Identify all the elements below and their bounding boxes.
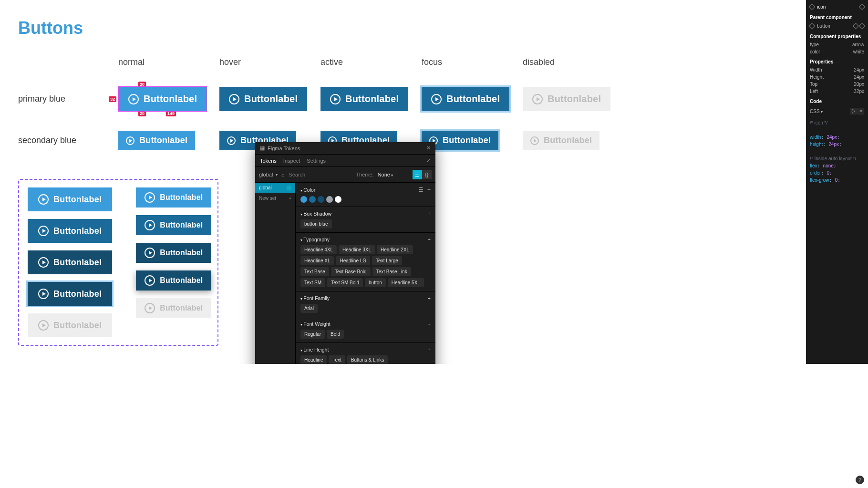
variant-button-sm[interactable]: Buttonlabel [136, 243, 211, 263]
code-copy-icon[interactable]: ⟨⟩ [850, 108, 857, 114]
row-label-primary: primary blue [18, 94, 118, 104]
color-swatch[interactable] [335, 196, 341, 203]
variant-button[interactable]: Buttonlabel [28, 282, 112, 306]
plugin-window[interactable]: ▦Figma Tokens ✕ Tokens Inspect Settings … [255, 142, 435, 364]
section-font-family[interactable]: Font Family [300, 295, 330, 301]
code-settings-icon[interactable]: ≡ [858, 108, 864, 114]
plugin-tab-inspect[interactable]: Inspect [283, 158, 300, 164]
token-chip[interactable]: Headline XL [300, 256, 334, 265]
button-label: Buttonlabel [446, 93, 500, 104]
token-chip[interactable]: Bold [327, 330, 344, 339]
button-label: Buttonlabel [160, 221, 203, 229]
component-props-heading: Component properties [806, 30, 868, 41]
collapse-icon[interactable]: ⤢ [426, 157, 431, 164]
parent-name[interactable]: button [817, 23, 830, 29]
section-font-weight[interactable]: Font Weight [300, 321, 331, 327]
goto-main-icon[interactable] [853, 23, 859, 29]
token-chip[interactable]: button [365, 278, 386, 287]
token-chip[interactable]: button blue [300, 219, 332, 228]
variant-button[interactable]: Buttonlabel [28, 313, 112, 337]
token-chip[interactable]: Text Base [300, 267, 329, 276]
variant-icon[interactable] [859, 4, 865, 10]
goto-main-icon[interactable] [859, 23, 865, 29]
token-chip[interactable]: Buttons & Links [347, 355, 388, 364]
token-chip[interactable]: Headline 3XL [339, 245, 375, 254]
close-icon[interactable]: ✕ [426, 145, 431, 151]
button-label: Buttonlabel [53, 321, 102, 331]
color-swatches [300, 196, 431, 203]
section-color[interactable]: Color [300, 187, 315, 193]
play-circle-icon [38, 257, 49, 268]
play-circle-icon [532, 94, 543, 104]
plus-icon[interactable]: + [428, 237, 431, 242]
variant-button-sm[interactable]: Buttonlabel [136, 298, 211, 318]
primary-button-focus[interactable]: Buttonlabel [422, 87, 509, 111]
token-chip[interactable]: Headline [300, 355, 327, 364]
token-chip[interactable]: Text Base Bold [331, 267, 371, 276]
col-header-active: active [320, 57, 422, 67]
token-chip[interactable]: Headline 4XL [300, 245, 337, 254]
token-chip[interactable]: Arial [300, 304, 318, 313]
primary-button-active[interactable]: Buttonlabel [320, 87, 408, 111]
plugin-search-input[interactable] [289, 172, 336, 177]
checkbox-icon[interactable] [287, 186, 291, 190]
variant-button[interactable]: Buttonlabel [28, 250, 112, 274]
code-heading: Code [806, 95, 868, 106]
col-header-normal: normal [118, 57, 219, 67]
new-set-button[interactable]: New set+ [255, 193, 295, 204]
plus-icon[interactable]: + [428, 295, 431, 301]
variant-button-sm[interactable]: Buttonlabel [136, 215, 211, 235]
plus-icon[interactable]: + [427, 187, 431, 193]
section-typography[interactable]: Typography [300, 237, 330, 242]
list-icon[interactable]: ☰ [418, 187, 424, 193]
plugin-tab-settings[interactable]: Settings [307, 158, 326, 164]
token-chip[interactable]: Text Base Link [372, 267, 411, 276]
token-set-name: global [259, 185, 272, 190]
play-circle-icon [229, 94, 239, 104]
section-shadow[interactable]: Box Shadow [300, 211, 331, 217]
primary-button-normal[interactable]: Buttonlabel [119, 87, 207, 111]
view-grid-icon[interactable]: ☰ [413, 170, 422, 179]
token-set-item[interactable]: global [255, 183, 295, 193]
primary-button-disabled[interactable]: Buttonlabel [523, 87, 610, 111]
prop-value: arrow [852, 42, 864, 47]
token-chip[interactable]: Headline 5XL [388, 278, 424, 287]
page-title: Buttons [18, 18, 788, 38]
prop-value: 24px [854, 74, 864, 80]
plugin-tab-tokens[interactable]: Tokens [260, 158, 277, 164]
properties-heading: Properties [806, 55, 868, 66]
play-circle-icon [227, 136, 236, 145]
token-chip[interactable]: Text SM Bold [327, 278, 363, 287]
token-chip[interactable]: Regular [300, 330, 325, 339]
variant-button[interactable]: Buttonlabel [28, 187, 112, 211]
theme-value[interactable]: None [378, 172, 393, 177]
button-label: Buttonlabel [160, 193, 203, 202]
secondary-button-disabled[interactable]: Buttonlabel [523, 131, 599, 150]
color-swatch[interactable] [300, 196, 307, 203]
button-label: Buttonlabel [345, 93, 399, 104]
secondary-button-normal[interactable]: Buttonlabel [118, 131, 195, 150]
variant-button-sm[interactable]: Buttonlabel [136, 187, 211, 208]
primary-button-hover[interactable]: Buttonlabel [219, 87, 307, 111]
plus-icon[interactable]: + [428, 321, 431, 327]
token-chip[interactable]: Text [329, 355, 345, 364]
token-chip[interactable]: Headline 2XL [377, 245, 413, 254]
variant-button-sm[interactable]: Buttonlabel [136, 270, 211, 291]
css-code-block[interactable]: /* icon */ width: 24px; height: 24px; /*… [806, 116, 868, 187]
play-circle-icon [530, 136, 539, 145]
view-json-icon[interactable]: {} [422, 170, 432, 179]
token-chip[interactable]: Text SM [300, 278, 325, 287]
token-set-select[interactable]: global [259, 172, 278, 177]
button-label: Buttonlabel [544, 135, 592, 145]
token-chip[interactable]: Text Large [372, 256, 402, 265]
color-swatch[interactable] [326, 196, 333, 203]
token-chip[interactable]: Headline LG [336, 256, 370, 265]
color-swatch[interactable] [309, 196, 316, 203]
component-variants-frame: Buttonlabel Buttonlabel Buttonlabel Butt… [18, 179, 218, 346]
variant-button[interactable]: Buttonlabel [28, 219, 112, 243]
color-swatch[interactable] [318, 196, 324, 203]
section-line-height[interactable]: Line Height [300, 347, 329, 353]
code-lang-select[interactable]: CSS [810, 109, 823, 114]
plus-icon[interactable]: + [428, 347, 431, 353]
plus-icon[interactable]: + [428, 211, 431, 217]
